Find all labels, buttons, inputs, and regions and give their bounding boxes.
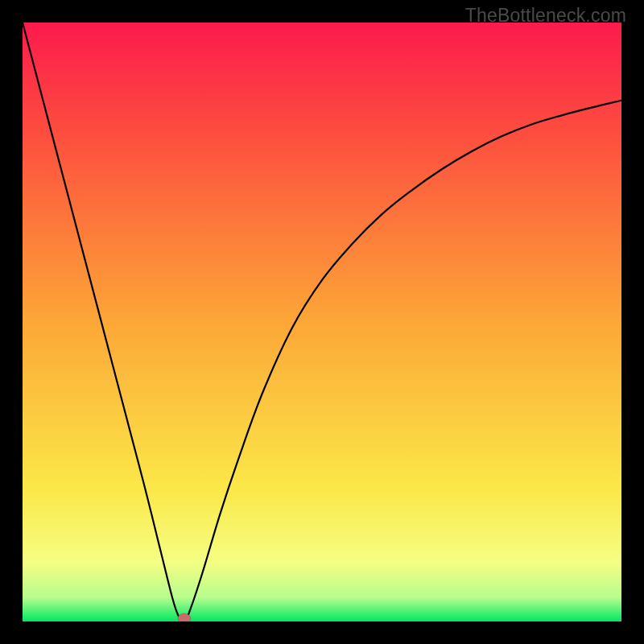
chart-frame [23, 23, 621, 621]
gradient-background [23, 23, 621, 621]
watermark-text: TheBottleneck.com [465, 5, 626, 27]
optimal-marker [178, 613, 191, 621]
plot-area [23, 23, 621, 621]
chart-svg [23, 23, 621, 621]
